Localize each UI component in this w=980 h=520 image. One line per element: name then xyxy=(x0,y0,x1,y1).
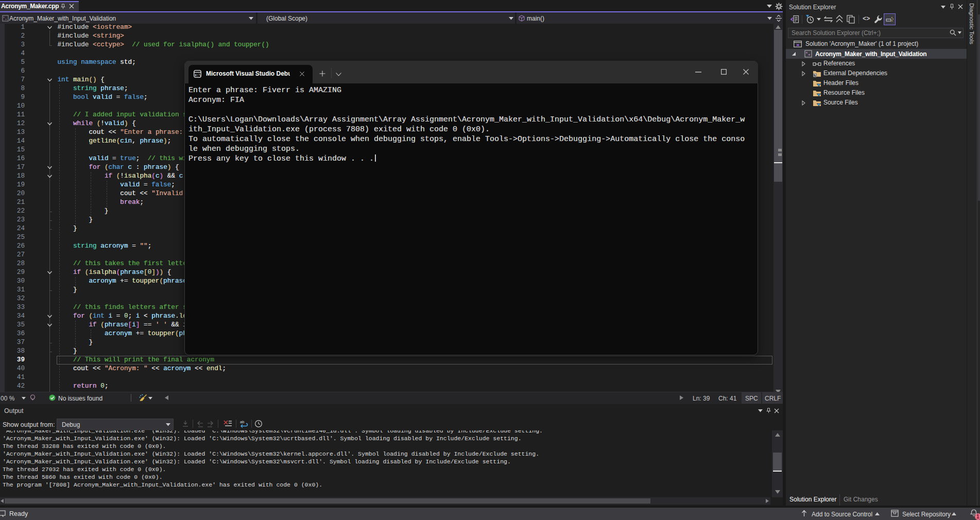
svg-text:ab: ab xyxy=(240,420,244,424)
svg-text:+: + xyxy=(806,51,808,55)
svg-text:+: + xyxy=(5,18,7,21)
svg-text:+: + xyxy=(3,15,5,19)
svg-text:+: + xyxy=(809,53,811,57)
svg-text:c:\: c:\ xyxy=(195,74,201,77)
